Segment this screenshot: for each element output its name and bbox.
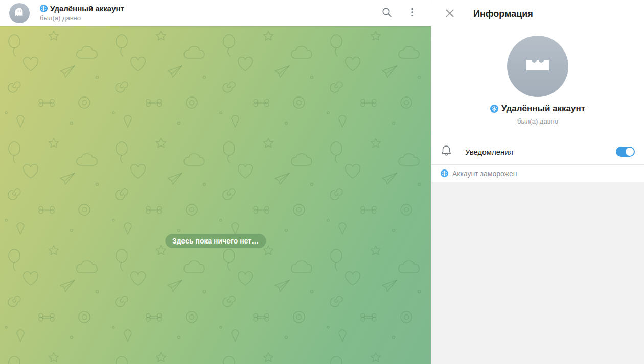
notifications-toggle[interactable]: [616, 147, 635, 157]
chat-header-actions: [378, 4, 422, 22]
empty-chat-pill: Здесь пока ничего нет…: [165, 234, 266, 248]
doodle-pattern: [0, 26, 431, 364]
profile-status: был(а) давно: [517, 117, 558, 125]
frozen-snowflake-icon: [490, 105, 498, 113]
notifications-label: Уведомления: [465, 148, 513, 156]
search-button[interactable]: [378, 4, 396, 22]
profile-section: Удалённый аккаунт был(а) давно: [431, 28, 644, 125]
info-panel: Информация: [431, 0, 644, 364]
chat-subtitle: был(а) давно: [40, 14, 124, 22]
frozen-account-label: Аккаунт заморожен: [452, 169, 517, 178]
chat-title-block: Удалённый аккаунт был(а) давно: [40, 4, 124, 22]
close-panel-button[interactable]: [441, 5, 459, 23]
menu-button[interactable]: [403, 4, 422, 22]
close-icon: [445, 8, 455, 20]
notifications-row[interactable]: Уведомления: [431, 139, 644, 164]
info-panel-header: Информация: [431, 0, 644, 28]
chat-title: Удалённый аккаунт: [50, 4, 124, 13]
toggle-knob: [626, 148, 634, 156]
frozen-snowflake-icon: [441, 169, 448, 177]
profile-name: Удалённый аккаунт: [501, 104, 585, 114]
panel-title: Информация: [473, 9, 533, 19]
chat-column: Удалённый аккаунт был(а) давно: [0, 0, 431, 364]
bell-icon: [441, 144, 452, 159]
chat-header[interactable]: Удалённый аккаунт был(а) давно: [0, 0, 431, 26]
frozen-snowflake-icon: [40, 5, 48, 12]
ghost-bottom-icon: [526, 60, 549, 73]
chat-message-area[interactable]: Здесь пока ничего нет…: [0, 26, 431, 364]
chat-avatar[interactable]: [9, 3, 30, 23]
ghost-icon: [13, 6, 26, 20]
panel-empty-area: [431, 182, 644, 364]
profile-avatar[interactable]: [507, 36, 568, 97]
frozen-account-row: Аккаунт заморожен: [431, 165, 644, 182]
profile-name-row: Удалённый аккаунт: [490, 104, 585, 114]
search-icon: [381, 7, 393, 19]
kebab-menu-icon: [407, 7, 418, 19]
